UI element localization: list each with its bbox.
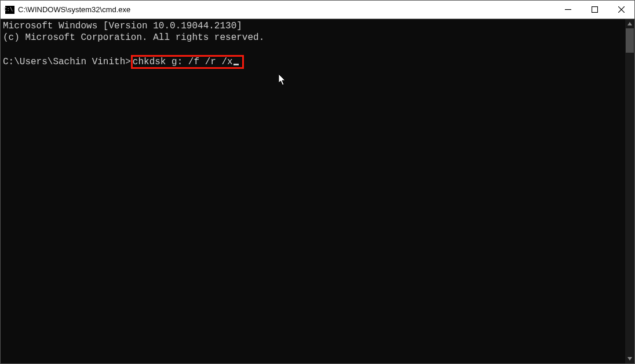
text-cursor	[233, 64, 239, 65]
svg-marker-6	[279, 74, 285, 85]
console-line-header2: (c) Microsoft Corporation. All rights re…	[3, 32, 264, 43]
scroll-up-button[interactable]	[625, 19, 634, 28]
command-highlight: chkdsk g: /f /r /x	[131, 55, 244, 69]
console-client-area: Microsoft Windows [Version 10.0.19044.21…	[1, 19, 634, 363]
scrollbar-track[interactable]	[625, 28, 634, 354]
scrollbar-thumb[interactable]	[626, 28, 634, 53]
console-line-header1: Microsoft Windows [Version 10.0.19044.21…	[3, 21, 242, 31]
svg-marker-5	[627, 357, 632, 361]
chevron-up-icon	[627, 21, 632, 26]
close-button[interactable]	[608, 1, 634, 19]
console-output[interactable]: Microsoft Windows [Version 10.0.19044.21…	[1, 19, 625, 363]
close-icon	[618, 6, 625, 13]
console-prompt: C:\Users\Sachin Vinith>	[3, 57, 131, 67]
svg-rect-1	[592, 7, 597, 13]
mouse-cursor-icon	[279, 74, 287, 86]
window: C:\. C:\WINDOWS\system32\cmd.exe Microso…	[0, 0, 635, 364]
cmd-app-icon: C:\.	[5, 6, 14, 14]
window-title: C:\WINDOWS\system32\cmd.exe	[18, 5, 130, 14]
maximize-button[interactable]	[581, 1, 608, 19]
minimize-icon	[565, 6, 571, 13]
titlebar[interactable]: C:\. C:\WINDOWS\system32\cmd.exe	[1, 1, 634, 19]
console-command: chkdsk g: /f /r /x	[133, 57, 233, 67]
vertical-scrollbar[interactable]	[625, 19, 634, 363]
svg-marker-4	[627, 22, 632, 25]
scroll-down-button[interactable]	[625, 354, 634, 363]
minimize-button[interactable]	[554, 1, 581, 19]
chevron-down-icon	[627, 356, 632, 361]
maximize-icon	[592, 6, 598, 13]
